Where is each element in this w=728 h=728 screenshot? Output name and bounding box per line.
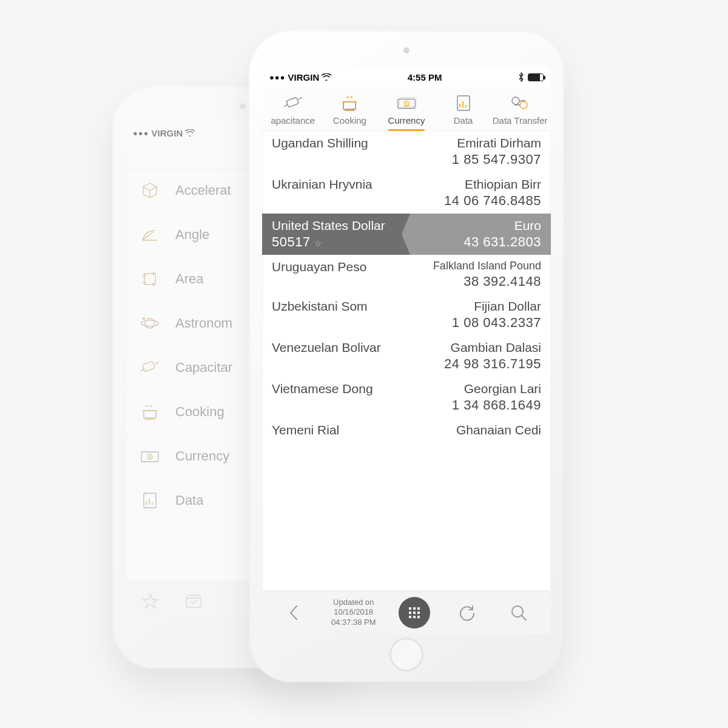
grid-button[interactable] <box>399 597 430 629</box>
svg-rect-27 <box>417 612 420 614</box>
currency-row[interactable]: Vietnamese Dong Georgian Lari1 34 868.16… <box>262 377 551 418</box>
to-name: Emirati Dirham <box>406 136 541 150</box>
category-tabs: apacitance Cooking $ Currency Data Data … <box>262 87 551 131</box>
signal-dots-icon: ●●● <box>269 73 286 82</box>
battery-icon <box>528 73 544 81</box>
svg-rect-22 <box>409 607 411 610</box>
phone-front: ●●● VIRGIN 4:55 PM apacitance Cooking <box>249 30 564 682</box>
category-label: Area <box>175 271 203 287</box>
to-value: 43 631.2803 <box>411 234 541 250</box>
svg-rect-12 <box>286 97 299 107</box>
tab-cooking[interactable]: Cooking <box>322 91 379 130</box>
refresh-button[interactable] <box>453 598 482 627</box>
status-time: 4:55 PM <box>331 72 518 83</box>
svg-rect-24 <box>417 607 420 610</box>
archive-icon[interactable] <box>184 593 203 609</box>
currency-list[interactable]: Ugandan Shilling Emirati Dirham1 85 547.… <box>262 131 551 590</box>
svg-rect-28 <box>409 616 411 618</box>
category-label: Accelerat <box>175 183 231 198</box>
currency-row[interactable]: Ugandan Shilling Emirati Dirham1 85 547.… <box>262 131 551 172</box>
protractor-icon <box>139 224 161 246</box>
data-icon <box>453 93 474 113</box>
carrier-label: VIRGIN <box>152 128 183 138</box>
to-name: Ghanaian Cedi <box>406 423 541 437</box>
category-label: Capacitar <box>175 360 232 376</box>
search-button[interactable] <box>504 598 533 627</box>
pot-icon <box>339 93 360 113</box>
svg-line-32 <box>522 616 526 620</box>
home-button[interactable] <box>389 638 423 672</box>
tab-capacitance[interactable]: apacitance <box>265 91 322 130</box>
category-label: Cooking <box>175 404 224 420</box>
cash-icon: $ <box>396 93 417 113</box>
pot-icon <box>139 401 161 423</box>
tab-data-transfer[interactable]: Data Transfer <box>491 91 548 130</box>
svg-text:$: $ <box>405 102 408 106</box>
from-name: Ukrainian Hryvnia <box>272 177 406 192</box>
favorites-icon[interactable] <box>141 592 160 610</box>
svg-rect-5 <box>144 411 156 418</box>
to-value: 14 06 746.8485 <box>406 193 541 209</box>
from-value: 50517 <box>272 234 311 249</box>
currency-row[interactable]: Venezuelan Bolivar Gambian Dalasi24 98 3… <box>262 335 551 377</box>
carrier-label: VIRGIN <box>288 72 320 83</box>
to-name: Georgian Lari <box>406 382 541 396</box>
category-label: Angle <box>175 227 209 243</box>
svg-rect-19 <box>457 96 470 110</box>
to-value: 1 34 868.1649 <box>406 397 541 413</box>
svg-point-2 <box>141 320 158 326</box>
phone-speaker <box>403 47 410 53</box>
tab-currency[interactable]: $ Currency <box>378 91 435 130</box>
star-icon[interactable]: ☆ <box>314 238 323 248</box>
back-button[interactable] <box>280 598 309 627</box>
to-value: 1 85 547.9307 <box>406 152 541 167</box>
currency-row[interactable]: Uruguayan Peso Falkland Island Pound38 3… <box>262 255 551 294</box>
planet-icon <box>139 312 161 334</box>
status-bar: ●●● VIRGIN 4:55 PM <box>262 67 551 87</box>
wifi-icon <box>185 129 195 136</box>
category-label: Data <box>175 493 203 508</box>
to-name: Falkland Island Pound <box>406 260 541 272</box>
area-icon <box>139 268 161 290</box>
wifi-icon <box>322 73 331 81</box>
currency-row[interactable]: Uzbekistani Som Fijian Dollar1 08 043.23… <box>262 294 551 335</box>
to-name: Ethiopian Birr <box>406 177 541 192</box>
currency-row[interactable]: Ukrainian Hryvnia Ethiopian Birr14 06 74… <box>262 172 551 214</box>
currency-row-selected[interactable]: United States Dollar 50517☆ Euro 43 631.… <box>262 214 551 255</box>
svg-rect-25 <box>409 612 411 614</box>
to-name: Gambian Dalasi <box>406 340 541 355</box>
svg-point-20 <box>512 97 519 104</box>
tab-label: Data Transfer <box>493 115 548 126</box>
to-value: 24 98 316.7195 <box>406 356 541 372</box>
from-name: Uzbekistani Som <box>272 299 406 314</box>
cash-icon: $ <box>139 445 161 467</box>
transfer-icon <box>510 93 530 113</box>
data-icon <box>139 490 161 511</box>
cube-icon <box>139 180 161 201</box>
tab-label: apacitance <box>271 115 315 126</box>
capacitor-icon <box>139 357 161 379</box>
signal-dots-icon: ●●● <box>133 129 149 138</box>
from-name: Yemeni Rial <box>272 423 406 437</box>
to-value: 38 392.4148 <box>406 274 541 289</box>
currency-row[interactable]: Yemeni Rial Ghanaian Cedi <box>262 418 551 442</box>
svg-point-3 <box>143 317 145 320</box>
from-name: Vietnamese Dong <box>272 382 406 396</box>
updated-label: Updated on 10/16/2018 04:37:38 PM <box>331 598 376 627</box>
tab-label: Data <box>454 115 473 126</box>
tab-label: Cooking <box>333 115 366 126</box>
bluetooth-icon <box>518 72 524 82</box>
svg-point-21 <box>520 101 527 109</box>
tab-data[interactable]: Data <box>435 91 492 130</box>
from-name: Uruguayan Peso <box>272 260 406 274</box>
to-value: 1 08 043.2337 <box>406 315 541 331</box>
bottom-toolbar: Updated on 10/16/2018 04:37:38 PM <box>262 590 551 634</box>
stage: ●●● VIRGIN ⊂ Accelerat Angle A <box>12 12 716 716</box>
to-name: Euro <box>411 218 541 233</box>
from-name: Venezuelan Bolivar <box>272 340 406 355</box>
tab-label: Currency <box>388 115 425 126</box>
svg-rect-29 <box>413 616 416 618</box>
phone-speaker <box>240 103 246 109</box>
to-name: Fijian Dollar <box>406 299 541 314</box>
svg-rect-10 <box>144 493 156 508</box>
